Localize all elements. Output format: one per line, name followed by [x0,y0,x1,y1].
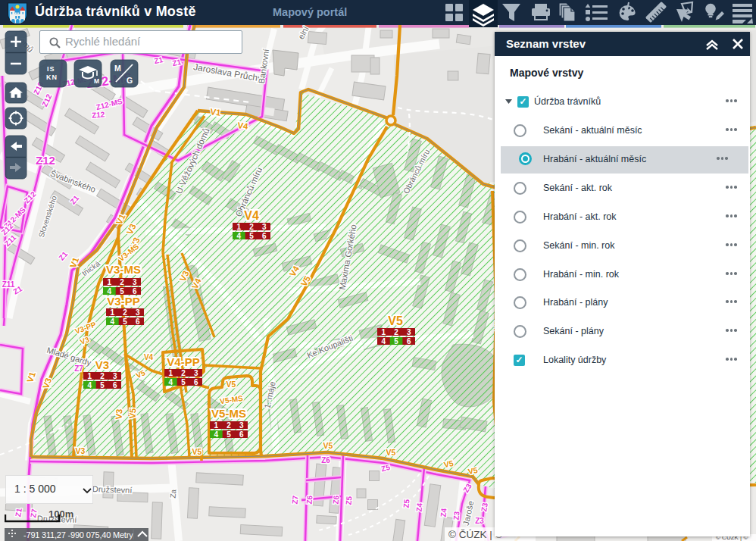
svg-text:Z6: Z6 [305,495,314,505]
svg-text:2: 2 [226,421,231,430]
svg-text:1: 1 [169,369,173,377]
svg-text:3: 3 [262,223,267,231]
svg-text:M: M [114,64,121,73]
svg-text:Z5: Z5 [345,496,354,505]
svg-text:Z5: Z5 [402,499,411,508]
svg-text:G: G [127,76,133,85]
svg-text:Z7: Z7 [291,495,300,505]
svg-text:5: 5 [181,378,186,386]
svg-text:2: 2 [249,223,254,231]
svg-text:1: 1 [382,328,386,336]
svg-text:Z3: Z3 [480,502,489,512]
svg-text:6: 6 [194,378,198,386]
svg-text:V4-PP: V4-PP [167,355,199,368]
svg-text:3: 3 [194,369,198,377]
svg-text:Z3: Z3 [452,511,461,521]
svg-text:Z6: Z6 [321,456,330,464]
svg-text:Z6: Z6 [332,495,341,505]
svg-text:4: 4 [169,378,173,386]
svg-text:V5: V5 [226,380,236,389]
svg-text:5: 5 [249,232,254,240]
svg-text:KN: KN [46,73,58,81]
svg-text:V5: V5 [388,314,403,327]
svg-text:4: 4 [237,232,242,240]
svg-text:2: 2 [394,328,398,336]
svg-text:2: 2 [181,369,186,377]
svg-text:IS: IS [47,65,55,73]
svg-text:Za: Za [169,489,178,499]
svg-text:5: 5 [394,337,398,346]
svg-text:6: 6 [407,337,411,346]
svg-text:3: 3 [407,328,411,336]
svg-text:Z4: Z4 [439,508,448,518]
svg-text:3: 3 [239,421,244,430]
svg-text:1: 1 [237,223,242,231]
svg-text:1: 1 [214,421,219,430]
svg-text:6: 6 [239,430,244,439]
svg-text:V1: V1 [210,107,222,117]
svg-text:M: M [94,77,99,85]
svg-text:6: 6 [262,232,267,240]
svg-text:V4: V4 [237,120,249,131]
svg-text:Z4: Z4 [415,502,424,512]
svg-text:V5: V5 [192,447,202,456]
svg-text:4: 4 [214,430,219,439]
svg-text:V5-MS: V5-MS [211,407,246,420]
svg-text:Z3: Z3 [475,517,484,525]
svg-text:4: 4 [382,337,386,346]
svg-text:5: 5 [226,430,231,439]
svg-text:V4: V4 [244,209,259,222]
svg-text:V5: V5 [323,441,333,450]
svg-text:V5: V5 [386,448,396,457]
